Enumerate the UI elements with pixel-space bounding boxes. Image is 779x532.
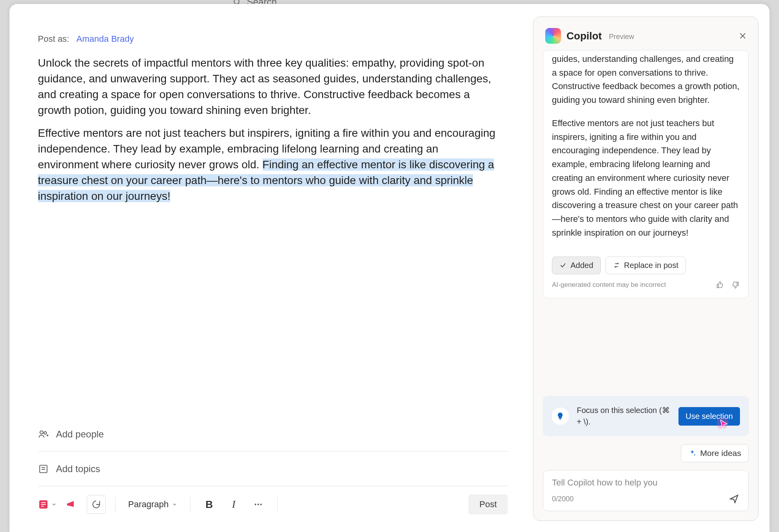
send-button[interactable]	[729, 493, 740, 504]
post-as-row: Post as: Amanda Brady	[38, 34, 508, 44]
thumbs-down-icon[interactable]	[731, 281, 740, 289]
bold-button[interactable]: B	[200, 495, 219, 514]
svg-rect-20	[737, 282, 739, 285]
swap-icon	[613, 262, 620, 269]
svg-rect-21	[559, 419, 561, 420]
more-format-button[interactable]	[249, 495, 268, 514]
paragraph-style-button[interactable]: Paragraph	[125, 495, 181, 514]
thumbs-up-icon[interactable]	[716, 281, 725, 289]
copilot-preview-badge: Preview	[609, 33, 634, 41]
people-icon	[38, 429, 49, 440]
article-icon	[38, 499, 49, 510]
ai-disclaimer-text: AI-generated content may be incorrect	[552, 281, 666, 289]
svg-point-3	[44, 432, 47, 434]
char-counter: 0/2000	[552, 495, 574, 503]
more-ideas-button[interactable]: More ideas	[681, 444, 749, 462]
post-paragraph-2: Effective mentors are not just teachers …	[38, 125, 499, 204]
svg-point-15	[257, 504, 259, 505]
svg-rect-6	[40, 465, 47, 472]
svg-point-2	[40, 431, 43, 434]
post-author-link[interactable]: Amanda Brady	[76, 34, 134, 44]
add-topics-label: Add topics	[56, 463, 100, 474]
svg-point-16	[260, 504, 262, 505]
add-topics-row[interactable]: Add topics	[38, 452, 508, 486]
svg-point-14	[255, 504, 256, 505]
megaphone-icon	[66, 499, 78, 510]
toolbar-separator	[115, 497, 116, 512]
post-paragraph-1: Unlock the secrets of impactful mentors …	[38, 55, 499, 118]
send-icon	[729, 493, 740, 504]
copilot-header: Copilot Preview	[533, 17, 758, 50]
copilot-panel: Copilot Preview unwavering support. They…	[533, 17, 758, 521]
svg-point-0	[234, 0, 239, 4]
close-icon	[738, 32, 747, 40]
added-chip[interactable]: Added	[552, 257, 601, 274]
close-button[interactable]	[738, 32, 747, 40]
tip-text: Focus on this selection (⌘ + \).	[577, 405, 671, 428]
topics-icon	[38, 463, 49, 474]
more-icon	[253, 500, 263, 509]
more-ideas-label: More ideas	[700, 448, 741, 458]
ai-disclaimer-row: AI-generated content may be incorrect	[552, 281, 740, 289]
copilot-response-text: unwavering support. They act as seasoned…	[552, 50, 740, 249]
editor-pane: Post as: Amanda Brady Unlock the secrets…	[9, 4, 533, 532]
toolbar-separator	[190, 497, 190, 512]
response-p1: unwavering support. They act as seasoned…	[552, 50, 740, 107]
copilot-title: Copilot	[567, 30, 602, 42]
add-people-label: Add people	[56, 429, 104, 440]
compose-modal: Post as: Amanda Brady Unlock the secrets…	[9, 4, 770, 532]
paragraph-label: Paragraph	[128, 499, 169, 510]
loop-component-button[interactable]	[87, 495, 106, 514]
use-selection-label: Use selection	[686, 412, 733, 420]
chevron-down-icon	[172, 502, 177, 507]
svg-rect-19	[717, 284, 719, 288]
post-button[interactable]: Post	[468, 495, 508, 514]
lightbulb-icon	[555, 411, 565, 421]
replace-chip[interactable]: Replace in post	[606, 257, 686, 274]
italic-button[interactable]: I	[224, 495, 243, 514]
added-label: Added	[570, 261, 593, 270]
svg-rect-13	[67, 503, 68, 506]
announcement-button[interactable]	[62, 495, 81, 514]
article-type-button[interactable]	[38, 495, 57, 514]
loop-icon	[91, 499, 101, 510]
copilot-logo-icon	[545, 28, 561, 44]
use-selection-button[interactable]: Use selection	[678, 407, 740, 426]
post-body[interactable]: Unlock the secrets of impactful mentors …	[38, 55, 499, 211]
copilot-input-card: 0/2000	[543, 470, 749, 511]
response-p2: Effective mentors are not just teachers …	[552, 117, 740, 240]
add-people-row[interactable]: Add people	[38, 417, 508, 452]
app-search-bar: Search	[233, 0, 501, 4]
toolbar-separator	[277, 497, 278, 512]
post-as-label: Post as:	[38, 34, 69, 44]
sparkle-icon	[688, 449, 696, 457]
selection-tip: Focus on this selection (⌘ + \). Use sel…	[543, 396, 749, 436]
copilot-input[interactable]	[552, 478, 740, 488]
editor-toolbar: Paragraph B I Post	[38, 486, 508, 523]
check-icon	[559, 262, 567, 269]
copilot-scroll: unwavering support. They act as seasoned…	[533, 50, 758, 387]
copilot-response-card: unwavering support. They act as seasoned…	[543, 50, 749, 298]
replace-label: Replace in post	[624, 261, 678, 270]
chevron-down-icon	[51, 502, 57, 507]
tip-bulb	[552, 407, 569, 425]
